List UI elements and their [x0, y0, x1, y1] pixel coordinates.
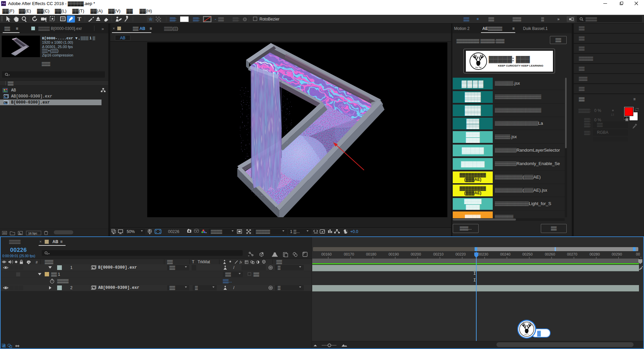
svg-text:16 bpc: 16 bpc — [28, 232, 38, 235]
svg-text:T: T — [77, 16, 81, 22]
svg-text:#: # — [36, 260, 38, 264]
svg-text:fx: fx — [240, 260, 242, 264]
